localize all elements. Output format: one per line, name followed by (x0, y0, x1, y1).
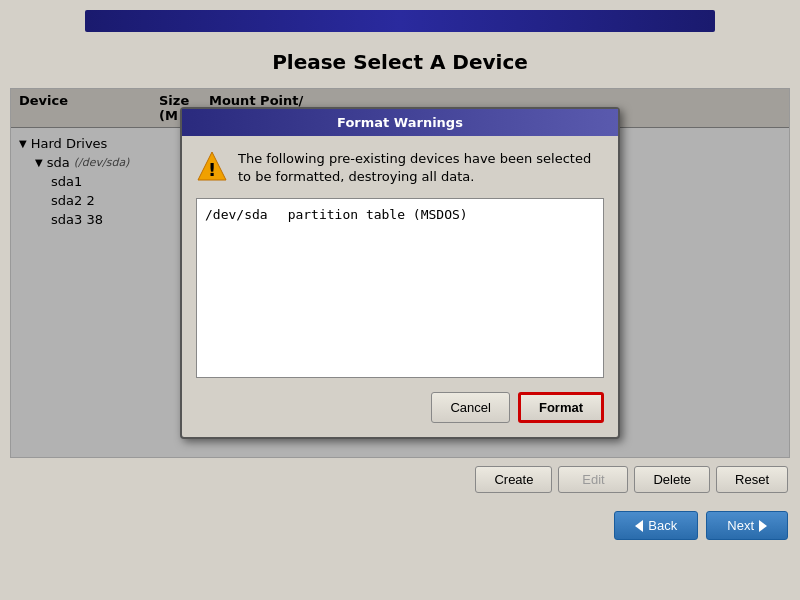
back-button[interactable]: Back (614, 511, 698, 540)
reset-button[interactable]: Reset (716, 466, 788, 493)
format-partition-type: partition table (MSDOS) (288, 207, 468, 222)
modal-warning-text: The following pre-existing devices have … (238, 150, 604, 186)
back-icon (635, 520, 643, 532)
modal-content-box: /dev/sda partition table (MSDOS) (196, 198, 604, 378)
modal-warning-row: ! The following pre-existing devices hav… (196, 150, 604, 186)
bottom-toolbar: Create Edit Delete Reset (0, 458, 800, 501)
next-icon (759, 520, 767, 532)
modal-buttons: Cancel Format (196, 392, 604, 423)
main-content-area: Device Size(M Mount Point/ ▼ Hard Drives… (10, 88, 790, 458)
edit-button[interactable]: Edit (558, 466, 628, 493)
delete-button[interactable]: Delete (634, 466, 710, 493)
nav-buttons: Back Next (0, 501, 800, 550)
create-button[interactable]: Create (475, 466, 552, 493)
modal-title: Format Warnings (337, 115, 463, 130)
format-button[interactable]: Format (518, 392, 604, 423)
back-label: Back (648, 518, 677, 533)
format-device-row: /dev/sda partition table (MSDOS) (205, 207, 595, 222)
modal-title-bar: Format Warnings (182, 109, 618, 136)
format-device-path: /dev/sda (205, 207, 268, 222)
page-title: Please Select A Device (0, 32, 800, 88)
modal-body: ! The following pre-existing devices hav… (182, 136, 618, 437)
svg-text:!: ! (208, 159, 216, 180)
modal-overlay: Format Warnings ! The following pre-exis… (11, 89, 789, 457)
warning-icon: ! (196, 150, 228, 182)
next-label: Next (727, 518, 754, 533)
format-warnings-dialog: Format Warnings ! The following pre-exis… (180, 107, 620, 439)
cancel-button[interactable]: Cancel (431, 392, 509, 423)
next-button[interactable]: Next (706, 511, 788, 540)
progress-bar (85, 10, 715, 32)
